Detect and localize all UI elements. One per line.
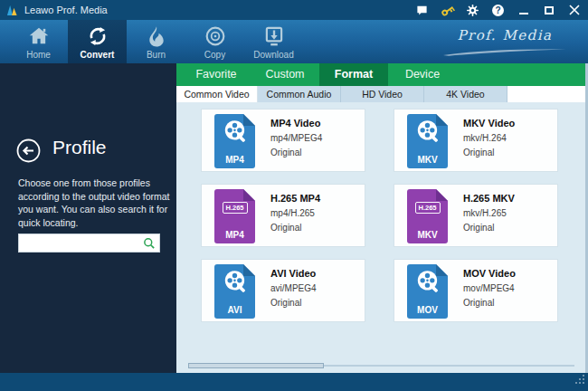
profile-name: MKV Video — [463, 118, 515, 129]
profile-quality: Original — [270, 223, 320, 233]
profile-quality: Original — [270, 148, 322, 157]
search-box — [18, 234, 160, 253]
subtab-4k-video[interactable]: 4K Video — [424, 86, 507, 102]
help-icon[interactable]: ? — [491, 4, 505, 17]
file-icon: H.265 MP4 — [214, 189, 255, 243]
file-icon: MKV — [407, 114, 448, 168]
main-nav: Home Convert Burn Copy — [0, 20, 588, 63]
profile-quality: Original — [463, 223, 515, 233]
format-badge: MP4 — [214, 230, 255, 240]
search-icon[interactable] — [143, 237, 156, 253]
file-icon: MP4 — [214, 114, 255, 168]
profile-card-mp4-video[interactable]: MP4 MP4 Video mp4/MPEG4 Original — [201, 109, 365, 172]
tab-favorite[interactable]: Favorite — [182, 63, 251, 86]
nav-item-convert[interactable]: Convert — [68, 20, 127, 63]
profile-name: AVI Video — [270, 268, 317, 279]
message-icon[interactable] — [415, 4, 429, 17]
profile-name: H.265 MP4 — [270, 193, 320, 204]
minimize-button[interactable] — [517, 4, 530, 17]
format-badge: AVI — [214, 305, 255, 315]
subtab-common-video[interactable]: Common Video — [176, 86, 258, 102]
nav-item-download[interactable]: Download — [244, 20, 303, 63]
profile-name: H.265 MKV — [463, 193, 515, 204]
nav-item-copy[interactable]: Copy — [185, 20, 244, 63]
subtab-common-audio[interactable]: Common Audio — [258, 86, 341, 102]
profile-name: MP4 Video — [270, 118, 322, 129]
profile-card-mov-video[interactable]: MOV MOV Video mov/MPEG4 Original — [394, 259, 558, 322]
profile-name: MOV Video — [463, 268, 516, 279]
profile-list: MP4 MP4 Video mp4/MPEG4 Original — [176, 102, 585, 373]
resize-grip[interactable] — [575, 372, 585, 388]
sidebar-description: Choose one from those profiles according… — [18, 176, 170, 229]
titlebar: Leawo Prof. Media — [0, 0, 588, 20]
key-icon[interactable] — [438, 1, 457, 20]
flame-icon — [145, 24, 168, 48]
h265-label: H.265 — [222, 202, 247, 214]
nav-item-home[interactable]: Home — [9, 20, 68, 63]
format-badge: MOV — [407, 305, 448, 315]
format-subtabs: Common Video Common Audio HD Video 4K Vi… — [176, 86, 585, 102]
app-title: Leawo Prof. Media — [24, 5, 108, 15]
profile-card-h265-mkv[interactable]: H.265 MKV H.265 MKV mkv/H.265 Original — [394, 184, 558, 247]
tab-format[interactable]: Format — [319, 63, 388, 86]
profile-format: mkv/H.264 — [463, 133, 515, 143]
file-icon: MOV — [407, 264, 448, 319]
profile-format: mp4/H.265 — [270, 208, 320, 218]
search-input[interactable] — [19, 234, 142, 252]
category-tabs: Favorite Custom Format Device — [176, 63, 585, 86]
scrollbar-thumb[interactable] — [188, 363, 324, 368]
profile-format: avi/MPEG4 — [270, 283, 317, 293]
back-button[interactable] — [16, 138, 41, 163]
profile-format: mp4/MPEG4 — [270, 133, 322, 143]
h265-label: H.265 — [414, 202, 440, 214]
convert-icon — [86, 24, 109, 48]
disc-icon — [204, 24, 227, 48]
tab-custom[interactable]: Custom — [251, 63, 319, 86]
home-icon — [27, 24, 51, 48]
brand-logo: Prof. Media — [441, 27, 568, 60]
profile-card-avi-video[interactable]: AVI AVI Video avi/MPEG4 Original — [201, 259, 365, 322]
maximize-button[interactable] — [542, 4, 555, 17]
profile-card-mkv-video[interactable]: MKV MKV Video mkv/H.264 Original — [394, 109, 558, 172]
profile-format: mov/MPEG4 — [463, 283, 516, 293]
file-icon: AVI — [214, 264, 255, 319]
app-window: Leawo Prof. Media — [0, 0, 588, 391]
nav-item-burn[interactable]: Burn — [127, 20, 185, 63]
profile-quality: Original — [463, 148, 515, 157]
status-bar — [0, 373, 588, 391]
profile-quality: Original — [270, 298, 317, 308]
leawo-logo-icon — [6, 5, 18, 16]
profile-quality: Original — [463, 298, 516, 308]
profile-format: mkv/H.265 — [463, 208, 515, 218]
subtab-hd-video[interactable]: HD Video — [341, 86, 424, 102]
horizontal-scrollbar — [188, 363, 574, 368]
sidebar-title: Profile — [52, 137, 107, 158]
main-panel: Favorite Custom Format Device Common Vid… — [176, 63, 588, 373]
file-icon: H.265 MKV — [407, 189, 448, 243]
tab-device[interactable]: Device — [388, 63, 457, 86]
download-icon — [262, 24, 286, 48]
profile-sidebar: Profile Choose one from those profiles a… — [0, 63, 176, 373]
format-badge: MP4 — [214, 155, 255, 165]
gear-icon[interactable] — [466, 4, 479, 17]
close-button[interactable] — [567, 4, 581, 17]
brand-swoosh — [441, 48, 568, 56]
format-badge: MKV — [407, 230, 448, 240]
format-badge: MKV — [407, 155, 448, 165]
profile-card-h265-mp4[interactable]: H.265 MP4 H.265 MP4 mp4/H.265 Original — [201, 184, 365, 247]
